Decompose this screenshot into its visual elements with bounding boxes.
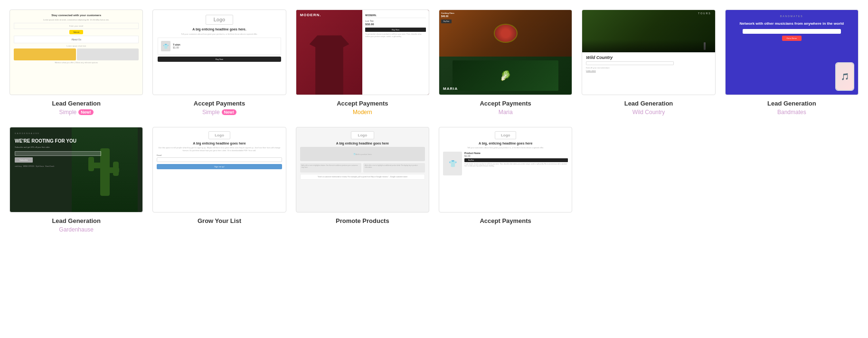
- card-lead-gen-gardenhause[interactable]: GARDENHAUSE. WE'RE ROOTING FOR YOU Subsc…: [9, 127, 143, 233]
- thumb-product-name: Lux Tee: [365, 19, 426, 22]
- thumb-product-row: 👕 Product Name $1.00 Buy Now To get star…: [443, 152, 568, 175]
- cooking-class-label: Cooking Class: [441, 12, 454, 14]
- thumb-logo: Logo: [495, 131, 517, 139]
- thumb-model: [296, 10, 363, 95]
- thumb-sub: Use this space to tell people what they …: [157, 146, 282, 152]
- thumb-bottom-img: 🥬 MARIA: [439, 57, 572, 95]
- thumb-input: [15, 151, 101, 156]
- thumb-email-input: [157, 157, 282, 162]
- thumb-site-name: MODERN.: [365, 14, 426, 18]
- subtitle-text: Gardenhause: [59, 226, 94, 233]
- thumb-more-text: Mention what you offer | Show any releva…: [14, 61, 139, 64]
- card-lead-gen-bandmates[interactable]: BANDMATES Network with other musicians f…: [725, 10, 859, 116]
- product-details: Product Name $1.00 Buy Now To get starte…: [464, 152, 568, 175]
- thumb-left-panel: [296, 10, 363, 95]
- thumbnail-promote: Logo A big enticing headline goes here 👕…: [296, 127, 429, 212]
- thumb-img1: [14, 48, 76, 60]
- thumb-sub: Subscribe and get 10% off your first ord…: [15, 146, 50, 148]
- shirt-silhouette: [310, 35, 349, 95]
- subtitle-text: Bandmates: [777, 109, 806, 116]
- card-lead-gen-wild[interactable]: TOURS Wild Country Kick off your next ad…: [582, 10, 715, 116]
- card-empty-1: [582, 127, 715, 233]
- card-subtitle: Simple New!: [202, 109, 236, 116]
- buy-btn: Buy Now: [464, 158, 568, 162]
- thumb-about-text: Lorem ipsum short text: [14, 45, 139, 47]
- card-title: Accept Payments: [480, 100, 531, 107]
- card-title: Accept Payments: [480, 217, 531, 224]
- thumb-email-label: Email: [157, 154, 161, 156]
- music-emoji: 🎵: [841, 73, 849, 80]
- card-accept-payments-last[interactable]: Logo A big, enticing headline goes here …: [439, 127, 572, 233]
- gradient-overlay: [582, 39, 715, 52]
- thumb-logo: Logo: [208, 131, 230, 139]
- thumb-headline: A big enticing headline goes here: [336, 142, 389, 145]
- wild-link: Learn more: [586, 69, 711, 72]
- thumb-headline: A big, enticing headline goes here: [479, 142, 532, 145]
- greens-img: 🥬: [453, 60, 558, 91]
- greens-emoji: 🥬: [500, 70, 511, 81]
- thumb-desc: To get started, choose a product to sell…: [365, 33, 426, 38]
- thumb-text: Lorem ipsum dolor sit amet, consectetur …: [14, 19, 139, 21]
- thumbnail-gardenhause: GARDENHAUSE. WE'RE ROOTING FOR YOU Subsc…: [9, 127, 143, 212]
- thumbnail-maria: Cooking Class $40.00 Buy Now 🥬 MARIA: [439, 10, 572, 95]
- name-label: MARIA: [443, 87, 458, 91]
- svg-rect-2: [88, 157, 94, 171]
- subtitle-text: Simple: [202, 109, 220, 116]
- thumb-product: 👕 T-shirt $1.00: [158, 38, 281, 55]
- card-subtitle: Wild Country: [632, 109, 665, 116]
- card-title: Accept Payments: [337, 100, 388, 107]
- product-price: $1.00: [464, 155, 568, 157]
- card-accept-modern[interactable]: MODERN. Lux Tee $32.00 Buy Now To get st…: [296, 10, 429, 116]
- thumb-signup-btn: Sign me up!: [157, 164, 282, 169]
- wild-title: Wild Country: [586, 55, 711, 60]
- subtitle-text: Simple: [59, 109, 77, 116]
- buy-now-btn: Buy Now: [441, 19, 452, 23]
- bowl-icon: [494, 24, 518, 43]
- thumb-site-name: GARDENHAUSE.: [15, 132, 41, 135]
- card-lead-gen-simple[interactable]: Stay connected with your customers Lorem…: [9, 10, 143, 116]
- card-grow-list[interactable]: Logo A big enticing headline goes here U…: [152, 127, 286, 233]
- thumb-logo: Logo: [206, 15, 233, 25]
- thumb-signup-btn: Get a Demo: [782, 36, 802, 41]
- thumbnail-bandmates: BANDMATES Network with other musicians f…: [725, 10, 859, 95]
- card-promote-products[interactable]: Logo A big enticing headline goes here 👕…: [296, 127, 429, 233]
- thumb-buy-btn: Buy Now: [158, 57, 281, 62]
- card-title: Lead Generation: [624, 100, 673, 107]
- badge-new: New!: [78, 109, 94, 115]
- card-empty-2: [725, 127, 859, 233]
- card-title: Lead Generation: [52, 100, 101, 107]
- text-block-2: Add a title or text to highlight an addi…: [363, 163, 425, 173]
- logo3: Style House: [36, 165, 44, 167]
- thumb-headline: WE'RE ROOTING FOR YOU: [15, 138, 76, 144]
- thumbnail-accept-simple: Logo A big enticing headline goes here. …: [152, 10, 286, 95]
- card-accept-simple[interactable]: Logo A big enticing headline goes here. …: [152, 10, 286, 116]
- card-title: Accept Payments: [194, 100, 245, 107]
- thumb-buy-btn: Buy Now: [365, 28, 426, 32]
- thumb-sub: Tell your customers about how great your…: [467, 146, 544, 149]
- card-subtitle: Modern: [353, 109, 372, 116]
- cactus-background: [72, 127, 138, 212]
- thumb-product-placeholder: 👕 Add a product here: [300, 147, 425, 161]
- card-accept-maria[interactable]: Cooking Class $40.00 Buy Now 🥬 MARIA Acc…: [439, 10, 572, 116]
- text-block-1: Add a title or text to highlight a featu…: [300, 163, 362, 173]
- badge-new: New!: [222, 109, 237, 115]
- thumb-content: Wild Country Kick off your next adventur…: [582, 52, 715, 75]
- phone-mockup: 🎵: [835, 62, 854, 91]
- thumb-testimonial: "here's a customer testimonial or review…: [300, 174, 425, 180]
- thumb-modern-label: MODERN.: [300, 13, 321, 17]
- thumb-images: [14, 48, 139, 60]
- card-title: Grow Your List: [198, 217, 241, 224]
- thumb-headline: A big enticing headline goes here.: [192, 28, 246, 31]
- card-grid-row2: GARDENHAUSE. WE'RE ROOTING FOR YOU Subsc…: [9, 127, 859, 233]
- card-subtitle: Simple New!: [59, 109, 94, 116]
- thumb-headline: Network with other musicians from anywhe…: [730, 21, 853, 26]
- thumb-btn: Submit: [69, 30, 83, 34]
- card-title: Lead Generation: [767, 100, 816, 107]
- thumb-logo: Logo: [351, 131, 375, 139]
- thumbnail-accept-last: Logo A big, enticing headline goes here …: [439, 127, 572, 212]
- logo4: Brand Coach: [46, 165, 55, 167]
- tours-label: TOURS: [698, 12, 711, 15]
- thumb-text-blocks: Add a title or text to highlight a featu…: [300, 163, 425, 173]
- shirt-icon: 👕: [161, 41, 170, 51]
- thumb-logos: mailchimp BRING OFFICES Style House Bran…: [15, 165, 54, 167]
